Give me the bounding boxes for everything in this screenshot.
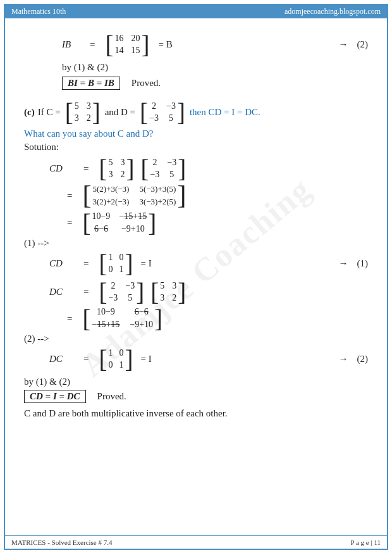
footer-right: P a g e | 11 xyxy=(350,539,381,546)
page-footer: MATRICES - Solved Exercise # 7.4 P a g e… xyxy=(5,535,387,549)
d-bracket-left: [ xyxy=(140,101,148,123)
c22: 2 xyxy=(87,113,91,123)
ib-matrix: [ 16 20 14 15 ] xyxy=(105,34,149,56)
dc-eq2: = xyxy=(67,313,72,324)
c11: 5 xyxy=(75,101,79,111)
c12: 3 xyxy=(87,101,91,111)
ib-equation-row: IB = [ 16 20 14 15 ] = B → (2) xyxy=(62,34,368,56)
part-c-intro: (c) If C = [ 5 3 3 2 ] and D = [ 2 xyxy=(24,101,368,123)
cd-eq1: = xyxy=(83,163,89,174)
cd-eq-i: = I xyxy=(140,258,151,269)
dc-m1: [ 2 −3 −3 5 ] xyxy=(99,281,144,303)
dc-calc-matrix: [ 10−9 6−6 −15+15 −9+10 ] xyxy=(82,307,162,330)
conclusion-text: C and D are both multiplicative inverse … xyxy=(24,408,368,419)
proved-text-2: Proved. xyxy=(97,391,126,402)
dc-step2-row: = [ 10−9 6−6 −15+15 −9+10 ] xyxy=(62,307,368,330)
proved-box-2: CD = I = DC xyxy=(24,390,86,403)
dc-num: (2) xyxy=(357,354,369,365)
cd-num: (1) xyxy=(357,258,369,269)
proved-box-1: BI = B = IB xyxy=(62,77,120,90)
ib-arrow: → xyxy=(339,39,348,50)
proved-row-2: CD = I = DC Proved. xyxy=(24,390,368,403)
ib-matrix-grid: 16 20 14 15 xyxy=(113,34,141,56)
dc-result-row: DC = [ 1 0 0 1 ] = I → (2) xyxy=(49,348,368,370)
dc-eq-result: = xyxy=(83,354,89,365)
bracket-right: ] xyxy=(141,34,149,56)
c-matrix: [ 5 3 3 2 ] xyxy=(65,101,101,123)
d-matrix-grid: 2 −3 −3 5 xyxy=(148,101,177,123)
dc-step1-row: DC = [ 2 −3 −3 5 ] [ 5 3 xyxy=(49,281,368,303)
d21: −3 xyxy=(149,113,159,123)
header-right: adomjeecoaching.blogspot.com xyxy=(285,7,381,16)
by-line-2: by (1) & (2) xyxy=(24,377,368,387)
ib-equals1: = xyxy=(90,39,95,50)
part-c-section: (c) If C = [ 5 3 3 2 ] and D = [ 2 xyxy=(24,101,368,419)
dc-identity-matrix: [ 1 0 0 1 ] xyxy=(99,348,133,370)
d-bracket-right: ] xyxy=(177,101,185,123)
part-c-and: and D = xyxy=(105,107,135,118)
solution-label: Sotution: xyxy=(24,142,368,153)
dc-label-result: DC xyxy=(49,354,75,365)
cd-simplified-matrix: [ 10−9 −15+15 6−6 −9+10 ] xyxy=(82,211,156,234)
footer-left: MATRICES - Solved Exercise # 7.4 xyxy=(11,539,112,546)
cd-eq3: = xyxy=(67,218,72,228)
part-c-if: If C = xyxy=(38,107,61,118)
cell-1: 16 xyxy=(114,34,123,44)
cd-m2: [ 2 −3 −3 5 ] xyxy=(140,158,186,180)
dc-m2: [ 5 3 3 2 ] xyxy=(150,281,186,303)
d-matrix: [ 2 −3 −3 5 ] xyxy=(140,101,185,123)
header-left: Mathematics 10th xyxy=(11,7,66,16)
cd-eq-result: = xyxy=(83,258,89,269)
cell-3: 14 xyxy=(114,46,123,56)
cd-step3-row: = [ 10−9 −15+15 6−6 −9+10 ] xyxy=(62,211,368,234)
by-line-1: by (1) & (2) xyxy=(62,62,368,73)
proved-row-1: BI = B = IB Proved. xyxy=(62,77,368,90)
ib-equals-b: = B xyxy=(158,39,172,50)
d22: 5 xyxy=(166,113,176,123)
part-c-then: then CD = I = DC. xyxy=(190,107,260,118)
d11: 2 xyxy=(149,101,159,111)
dc-label-1: DC xyxy=(49,287,75,297)
dc-eq-i: = I xyxy=(140,354,151,365)
cell-2: 20 xyxy=(131,34,140,44)
cd-calc-matrix: [ 5(2)+3(−3) 5(−3)+3(5) 3(2)+2(−3) 3(−3)… xyxy=(82,184,186,208)
cd-result-row: CD = [ 1 0 0 1 ] = I → (1) xyxy=(49,253,368,275)
ib-num: (2) xyxy=(357,39,369,50)
dc-eq1: = xyxy=(83,287,89,297)
cd-eq2: = xyxy=(67,190,72,201)
question-text: What can you say about C and D? xyxy=(24,128,368,139)
c-matrix-grid: 5 3 3 2 xyxy=(73,101,92,123)
cd-arrow: → xyxy=(339,258,348,269)
dc-arrow: → xyxy=(339,354,348,365)
c21: 3 xyxy=(75,113,79,123)
cd-step1-row: CD = [ 5 3 3 2 ] [ 2 −3 xyxy=(49,158,368,180)
part-c-label: (c) xyxy=(24,107,35,118)
cd-label-result: CD xyxy=(49,258,75,269)
cd-m1: [ 5 3 3 2 ] xyxy=(99,158,134,180)
cd-label-1: CD xyxy=(49,163,75,174)
proved-text-1: Proved. xyxy=(132,78,161,89)
cell-4: 15 xyxy=(131,46,140,56)
c-bracket-right: ] xyxy=(92,101,101,123)
cd-identity-matrix: [ 1 0 0 1 ] xyxy=(99,253,133,275)
ib-label: IB xyxy=(62,39,81,50)
d12: −3 xyxy=(166,101,176,111)
cd-step2-row: = [ 5(2)+3(−3) 5(−3)+3(5) 3(2)+2(−3) 3(−… xyxy=(62,184,368,208)
bracket-left: [ xyxy=(105,34,113,56)
c-bracket-left: [ xyxy=(65,101,73,123)
